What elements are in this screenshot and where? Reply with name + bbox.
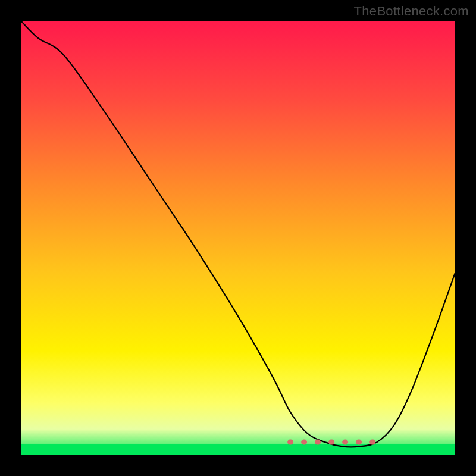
- chart-plot-area: [21, 21, 455, 455]
- bottleneck-curve: [21, 21, 455, 455]
- watermark-text: TheBottleneck.com: [354, 4, 469, 19]
